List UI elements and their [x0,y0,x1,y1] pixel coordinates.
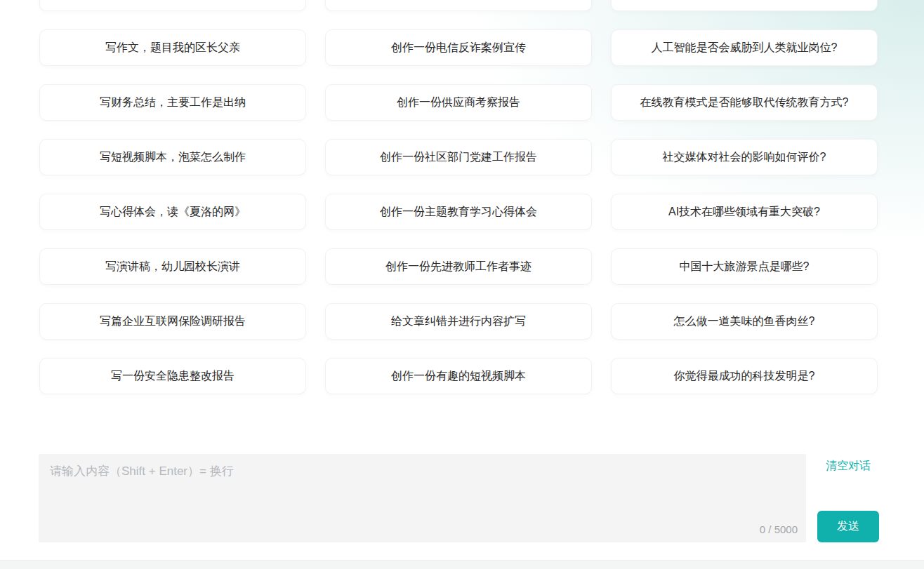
suggestion-card[interactable]: 写财务总结，主要工作是出纳 [39,84,306,121]
composer-side: 清空对话 发送 [817,454,879,542]
suggestion-card[interactable]: 怎么做一道美味的鱼香肉丝? [611,303,878,340]
send-button[interactable]: 发送 [817,511,879,542]
suggestion-grid: 写作文，题目我的区长父亲 创作一份电信反诈案例宣传 人工智能是否会威胁到人类就业… [39,0,878,394]
suggestion-card[interactable]: 创作一份先进教师工作者事迹 [325,248,592,285]
suggestion-card[interactable]: 人工智能是否会威胁到人类就业岗位? [611,29,878,66]
suggestion-card[interactable]: 创作一份供应商考察报告 [325,84,592,121]
suggestion-card[interactable]: 写作文，题目我的区长父亲 [39,29,306,66]
message-input-box: 0 / 5000 [39,454,806,542]
suggestion-card[interactable]: 社交媒体对社会的影响如何评价? [611,139,878,175]
suggestion-card[interactable]: 写心得体会，读《夏洛的网》 [39,194,306,230]
suggestion-card[interactable]: 创作一份主题教育学习心得体会 [325,194,592,230]
message-input[interactable] [39,454,806,542]
suggestion-card-cutoff[interactable] [325,0,592,11]
suggestion-card[interactable]: 写短视频脚本，泡菜怎么制作 [39,139,306,175]
suggestion-card[interactable]: 写篇企业互联网保险调研报告 [39,303,306,340]
suggestion-card-cutoff[interactable] [611,0,878,11]
suggestion-card[interactable]: AI技术在哪些领域有重大突破? [611,194,878,230]
composer: 0 / 5000 清空对话 发送 [39,454,879,542]
suggestion-card-cutoff[interactable] [39,0,306,11]
suggestion-card[interactable]: 写一份安全隐患整改报告 [39,358,306,394]
suggestion-card[interactable]: 你觉得最成功的科技发明是? [611,358,878,394]
suggestion-card[interactable]: 中国十大旅游景点是哪些? [611,248,878,285]
clear-conversation-link[interactable]: 清空对话 [826,459,871,474]
suggestion-card[interactable]: 创作一份有趣的短视频脚本 [325,358,592,394]
suggestion-card[interactable]: 创作一份社区部门党建工作报告 [325,139,592,175]
suggestion-card[interactable]: 在线教育模式是否能够取代传统教育方式? [611,84,878,121]
bottom-bar [0,560,924,569]
suggestion-card[interactable]: 给文章纠错并进行内容扩写 [325,303,592,340]
suggestion-card[interactable]: 创作一份电信反诈案例宣传 [325,29,592,66]
suggestion-card[interactable]: 写演讲稿，幼儿园校长演讲 [39,248,306,285]
